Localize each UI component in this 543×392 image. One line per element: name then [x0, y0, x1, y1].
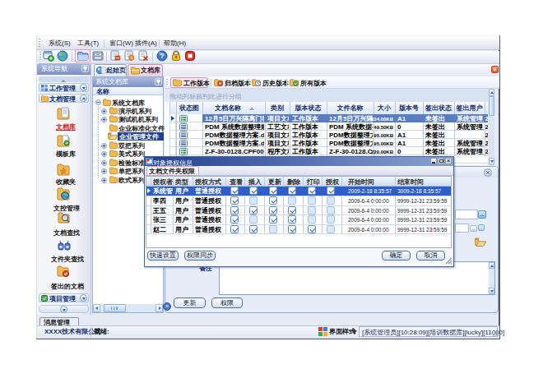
svg-text:?: ? [160, 52, 165, 60]
